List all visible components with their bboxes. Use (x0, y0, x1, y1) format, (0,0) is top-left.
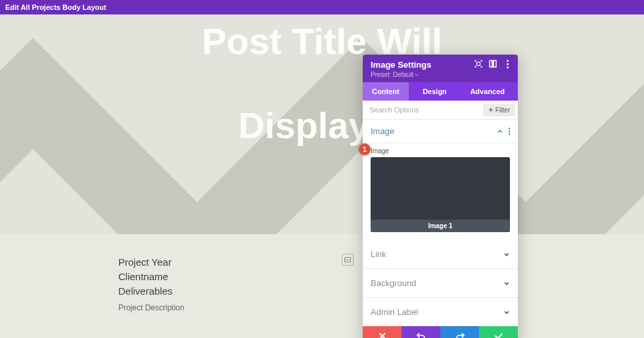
image-preview[interactable]: Image 1 (371, 157, 510, 232)
filter-button[interactable]: Filter (483, 104, 515, 116)
section-admin-header[interactable]: Admin Label (363, 298, 518, 326)
svg-rect-2 (492, 60, 494, 67)
post-title-line-1: Post Title Will (0, 20, 644, 62)
panel-preset[interactable]: Preset: Default (371, 71, 510, 78)
vertical-dots-icon (507, 60, 509, 68)
search-input[interactable] (363, 101, 480, 119)
caret-down-icon (415, 73, 419, 77)
meta-year: Project Year (118, 255, 237, 270)
cancel-button[interactable] (363, 326, 402, 338)
settings-panel[interactable]: Image Settings Preset: Default Content D… (363, 55, 518, 338)
section-link-header[interactable]: Link (363, 240, 518, 269)
panel-menu-button[interactable] (503, 60, 511, 68)
section-image-menu[interactable] (509, 128, 511, 135)
chevron-down-icon (503, 251, 510, 258)
svg-rect-0 (477, 62, 480, 66)
section-admin-title: Admin Label (371, 307, 418, 317)
panel-header[interactable]: Image Settings Preset: Default (363, 55, 518, 82)
plus-icon (488, 107, 494, 112)
post-title-line-2: Display H (0, 104, 644, 147)
check-icon (494, 332, 503, 338)
save-button[interactable] (479, 326, 518, 338)
panel-footer (363, 326, 518, 338)
section-link-title: Link (371, 249, 386, 259)
tab-design[interactable]: Design (409, 82, 461, 101)
undo-button[interactable] (402, 326, 440, 338)
project-meta: Project Year Clientname Deliverables Pro… (118, 255, 237, 312)
close-icon (379, 332, 386, 338)
filter-label: Filter (495, 107, 510, 114)
image-preview-caption: Image 1 (371, 220, 510, 232)
undo-icon (417, 332, 426, 338)
hero: Post Title Will Display H (0, 14, 644, 234)
redo-icon (455, 332, 465, 338)
top-bar-title: Edit All Projects Body Layout (5, 3, 106, 11)
search-row: Filter (363, 101, 518, 120)
chevron-down-icon (503, 309, 510, 316)
broken-image-icon (342, 254, 354, 266)
section-image-header[interactable]: Image (363, 120, 518, 143)
section-background-header[interactable]: Background (363, 269, 518, 298)
tab-advanced[interactable]: Advanced (461, 82, 518, 101)
preset-value: Default (393, 71, 414, 78)
panel-tabs: Content Design Advanced (363, 82, 518, 101)
meta-deliverables: Deliverables (118, 284, 237, 299)
annotation-number: 1 (363, 146, 367, 153)
annotation-badge-1: 1 (359, 143, 371, 155)
section-image-body: Image Image 1 (363, 143, 518, 240)
chevron-down-icon (503, 280, 510, 287)
meta-description: Project Description (118, 303, 237, 312)
meta-client: Clientname (118, 270, 237, 284)
top-bar: Edit All Projects Body Layout (0, 0, 644, 14)
section-image-title: Image (371, 126, 394, 136)
image-field-label: Image (371, 147, 510, 155)
image-preview-canvas (371, 157, 510, 220)
section-background-title: Background (371, 278, 416, 288)
chevron-up-icon (497, 128, 503, 135)
preset-label: Preset: (371, 71, 392, 78)
snap-icon[interactable] (489, 60, 497, 68)
content-area: Project Year Clientname Deliverables Pro… (0, 234, 644, 312)
tab-content[interactable]: Content (363, 82, 409, 101)
expand-icon[interactable] (474, 60, 482, 68)
redo-button[interactable] (440, 326, 479, 338)
